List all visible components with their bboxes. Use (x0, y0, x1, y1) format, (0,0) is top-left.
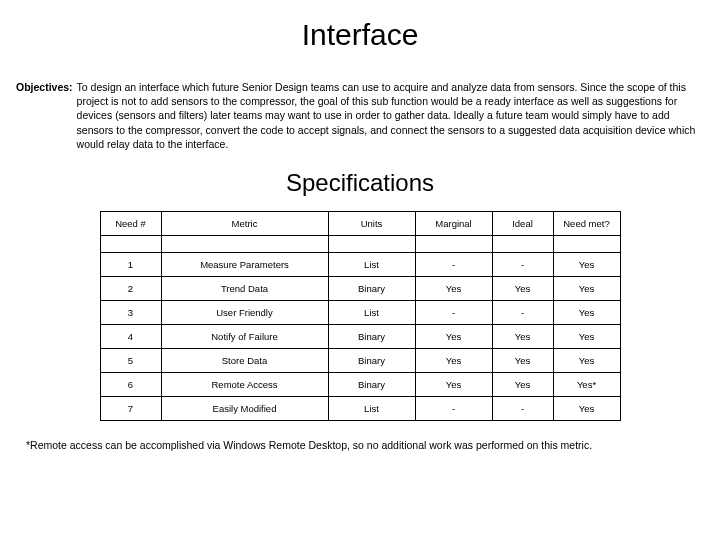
cell-metric: Notify of Failure (161, 324, 328, 348)
cell-metric: Trend Data (161, 276, 328, 300)
cell-units: List (328, 396, 415, 420)
cell-need_no: 4 (100, 324, 161, 348)
cell-need_met: Yes (553, 300, 620, 324)
cell-need_met: Yes (553, 252, 620, 276)
objectives-text: To design an interface which future Seni… (77, 80, 704, 151)
specifications-table-wrap: Need # Metric Units Marginal Ideal Need … (10, 211, 710, 421)
table-row: 3User FriendlyList--Yes (100, 300, 620, 324)
table-row: 2Trend DataBinaryYesYesYes (100, 276, 620, 300)
header-units: Units (328, 211, 415, 235)
cell-metric: User Friendly (161, 300, 328, 324)
cell-ideal: Yes (492, 324, 553, 348)
header-need-met: Need met? (553, 211, 620, 235)
cell-marginal: Yes (415, 324, 492, 348)
cell-units: List (328, 300, 415, 324)
cell-need_no: 3 (100, 300, 161, 324)
cell-metric: Remote Access (161, 372, 328, 396)
cell-metric: Easily Modified (161, 396, 328, 420)
cell-need_no: 5 (100, 348, 161, 372)
cell-need_no: 7 (100, 396, 161, 420)
header-marginal: Marginal (415, 211, 492, 235)
cell-marginal: Yes (415, 276, 492, 300)
cell-need_no: 6 (100, 372, 161, 396)
footnote: *Remote access can be accomplished via W… (26, 439, 694, 451)
cell-metric: Measure Parameters (161, 252, 328, 276)
cell-units: List (328, 252, 415, 276)
cell-need_met: Yes* (553, 372, 620, 396)
cell-marginal: - (415, 300, 492, 324)
table-row: 6Remote AccessBinaryYesYesYes* (100, 372, 620, 396)
cell-need_no: 1 (100, 252, 161, 276)
header-need-no: Need # (100, 211, 161, 235)
cell-units: Binary (328, 324, 415, 348)
cell-need_met: Yes (553, 396, 620, 420)
table-row: 1Measure ParametersList--Yes (100, 252, 620, 276)
cell-units: Binary (328, 276, 415, 300)
cell-marginal: - (415, 252, 492, 276)
table-spacer-row (100, 235, 620, 252)
cell-marginal: Yes (415, 348, 492, 372)
cell-ideal: - (492, 252, 553, 276)
objectives-label: Objectives: (16, 80, 77, 151)
header-ideal: Ideal (492, 211, 553, 235)
cell-need_met: Yes (553, 276, 620, 300)
table-row: 4Notify of FailureBinaryYesYesYes (100, 324, 620, 348)
cell-marginal: - (415, 396, 492, 420)
specifications-title: Specifications (10, 169, 710, 197)
cell-ideal: - (492, 300, 553, 324)
cell-ideal: - (492, 396, 553, 420)
cell-metric: Store Data (161, 348, 328, 372)
table-row: 5Store DataBinaryYesYesYes (100, 348, 620, 372)
cell-units: Binary (328, 372, 415, 396)
cell-need_met: Yes (553, 324, 620, 348)
cell-ideal: Yes (492, 372, 553, 396)
page-title: Interface (10, 18, 710, 52)
cell-ideal: Yes (492, 348, 553, 372)
cell-need_no: 2 (100, 276, 161, 300)
table-row: 7Easily ModifiedList--Yes (100, 396, 620, 420)
cell-units: Binary (328, 348, 415, 372)
specifications-table: Need # Metric Units Marginal Ideal Need … (100, 211, 621, 421)
cell-need_met: Yes (553, 348, 620, 372)
cell-ideal: Yes (492, 276, 553, 300)
document-page: Interface Objectives: To design an inter… (0, 0, 720, 461)
table-header-row: Need # Metric Units Marginal Ideal Need … (100, 211, 620, 235)
cell-marginal: Yes (415, 372, 492, 396)
header-metric: Metric (161, 211, 328, 235)
objectives-section: Objectives: To design an interface which… (16, 80, 704, 151)
